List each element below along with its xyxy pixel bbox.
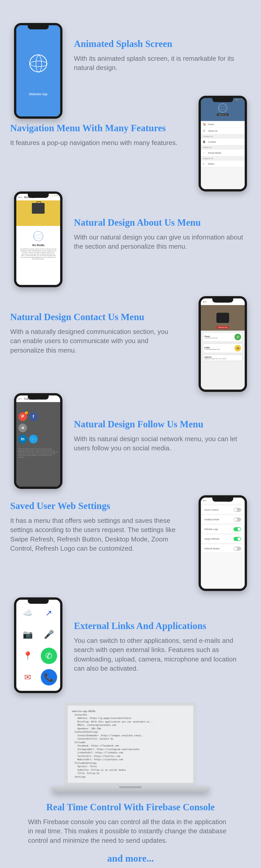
contact-phone-mockup: ▭ ⚡ 12:30 ⟵Contact Us Webview App Phone+… — [198, 296, 247, 392]
gmail-icon[interactable]: ✉ — [20, 669, 36, 685]
section-heading: Natural Design Contact Us Menu — [10, 311, 178, 322]
globe-icon — [218, 103, 227, 113]
section-desc: With its natural design social network m… — [74, 434, 245, 453]
back-icon[interactable]: ⟵ — [18, 398, 22, 400]
section-desc: It features a pop-up navigation menu wit… — [10, 138, 186, 147]
nav-item-about[interactable]: 🛈About Us — [201, 128, 245, 134]
section-heading: Real Time Control With Firebase Console — [28, 802, 233, 813]
linkedin-icon[interactable]: in — [18, 435, 27, 443]
section-heading: Natural Design Follow Us Menu — [74, 419, 245, 430]
globe-icon — [29, 54, 47, 72]
settings-row: Zoom Control — [202, 506, 243, 514]
settings-row: Refresh Logo — [202, 525, 243, 533]
call-icon[interactable]: 📞 — [41, 669, 57, 685]
nav-section-label: Contact Us — [201, 134, 245, 138]
nav-item-home[interactable]: 🏠Home — [201, 121, 245, 128]
external-link-icon[interactable]: ↗ — [41, 605, 57, 621]
phone-icon: ✆ — [234, 334, 241, 340]
briefcase-icon — [32, 203, 45, 214]
console-text: webview-app-6034b ContactUs Address: htt… — [72, 710, 189, 779]
splash-phone-mockup: Webview App — [14, 23, 63, 119]
section-heading: External Links And Applications — [74, 620, 245, 631]
back-icon[interactable]: ⟵ — [203, 301, 207, 303]
firebase-console: webview-app-6034b ContactUs Address: htt… — [64, 702, 197, 786]
refresh-btn-toggle[interactable] — [233, 547, 241, 551]
contact-row-email[interactable]: E-Mailcontact@ixastudio.com ✉ — [203, 343, 243, 353]
close-icon[interactable]: ✕ — [18, 424, 27, 432]
desktop-toggle[interactable] — [233, 518, 241, 522]
section-heading: Animated Splash Screen — [74, 38, 237, 49]
section-desc: You can switch to other applications, se… — [74, 636, 245, 673]
back-icon[interactable]: ⟵ — [203, 499, 207, 502]
contact-row-address[interactable]: AddressBeşiktaş, Köyiçi Sk. Yolu, 34110 — [203, 354, 243, 361]
telephone-icon — [216, 313, 229, 323]
camera-icon[interactable]: 📷 — [20, 626, 36, 643]
splash-label: Webview App — [29, 92, 48, 96]
section-desc: With a naturally designed communication … — [10, 327, 178, 355]
about-phone-mockup: ▭ ⚡ 12:30 ⟵About Us iXa Studio This appl… — [14, 191, 63, 287]
refresh-logo-toggle[interactable] — [233, 527, 241, 531]
about-title: iXa Studio — [19, 244, 58, 247]
upload-cloud-icon[interactable]: ☁️ — [20, 605, 36, 621]
facebook-icon[interactable]: f — [29, 412, 38, 421]
section-heading: Navigation Menu With Many Features — [10, 123, 186, 133]
about-text: This application template supports all t… — [19, 248, 58, 260]
nav-item-contact[interactable]: 🕿Contact — [201, 138, 245, 145]
whatsapp-icon[interactable]: ✆ — [41, 648, 57, 664]
settings-phone-mockup: ▭ ⚡ 12:30 ⟵Web Settings Zoom Control Des… — [198, 495, 247, 591]
settings-row: Swipe Refresh — [202, 535, 243, 543]
contact-row-phone[interactable]: Phone+90 552 474 23 20 ✆ — [203, 332, 243, 342]
location-pin-icon[interactable]: 📍 — [20, 648, 36, 664]
nav-section-label: Support Us — [201, 156, 245, 161]
section-heading: Saved User Web Settings — [10, 500, 178, 512]
nav-phone-mockup: ▭ ⚡ 12:30 Webview App 🏠Home 🛈About Us Co… — [198, 96, 247, 191]
section-desc: With its animated splash screen, it is r… — [74, 54, 237, 72]
nav-item-social[interactable]: ⋯Social Media — [201, 150, 245, 156]
settings-row: Desktop Mode — [202, 516, 243, 524]
laptop-mockup: webview-app-6034b ContactUs Address: htt… — [51, 702, 210, 792]
twitter-icon[interactable]: 🐦 — [29, 435, 38, 443]
follow-phone-mockup: ▭ ⚡ 12:30 ⟵Follow Us P3 f ✕ in 🐦 WP Medi… — [14, 393, 63, 489]
microphone-icon[interactable]: 🎤 — [41, 626, 57, 643]
email-icon: ✉ — [234, 345, 241, 351]
swipe-toggle[interactable] — [233, 537, 241, 541]
section-heading: Natural Design About Us Menu — [74, 217, 245, 228]
follow-body-text: WP Media template supports all types of … — [16, 446, 60, 460]
section-desc: With Firebase console you can control al… — [28, 817, 233, 845]
app-badge: Webview App — [217, 326, 229, 329]
globe-icon — [33, 231, 43, 241]
section-desc: With our natural design you can give us … — [74, 232, 245, 251]
nav-section-label: Follow Us — [201, 145, 245, 150]
pinterest-icon[interactable]: P3 — [18, 412, 27, 421]
splash-screen: Webview App — [16, 25, 60, 116]
app-badge: Webview App — [217, 114, 229, 116]
and-more-text: and more... — [0, 853, 261, 864]
apps-phone-mockup: ☁️ ↗ 📷 🎤 📍 ✆ ✉ 📞 — [14, 597, 63, 693]
settings-row: Refresh Button — [202, 545, 243, 553]
section-desc: It has a menu that offers web settings a… — [10, 516, 178, 553]
nav-item-share[interactable]: <Share — [201, 161, 245, 167]
back-icon[interactable]: ⟵ — [18, 196, 22, 198]
zoom-toggle[interactable] — [233, 508, 241, 512]
